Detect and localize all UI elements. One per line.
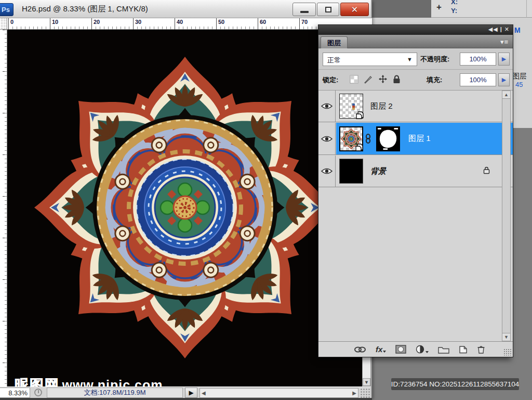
layer-row-2[interactable]: 图层 2 (318, 91, 513, 122)
layer-name[interactable]: 图层 2 (370, 101, 393, 111)
panel-resize-grip[interactable] (503, 349, 512, 356)
window-bottom-edge (0, 398, 372, 400)
adjustment-layer-button[interactable] (416, 345, 429, 354)
lock-all-icon[interactable] (393, 75, 401, 84)
title-bar[interactable]: Ps H26.psd @ 8.33% (图层 1, CMYK/8) ✕ (0, 0, 371, 18)
ruler-tick: 20 (91, 18, 92, 30)
vertical-ruler[interactable] (0, 30, 7, 386)
zoom-level-field[interactable]: 8.33% (0, 388, 30, 398)
layer-style-button[interactable]: fx (376, 346, 386, 353)
ruler-tick: 60 (258, 18, 258, 30)
visibility-toggle[interactable] (318, 123, 336, 154)
opacity-field[interactable]: 100% (460, 53, 496, 66)
fill-slider-button[interactable]: ▶ (498, 73, 510, 86)
maximize-button[interactable] (317, 3, 339, 16)
delete-layer-button[interactable] (477, 345, 485, 354)
blend-mode-select[interactable]: 正常 ▼ (323, 53, 417, 66)
mask-artwork (377, 127, 399, 150)
document-title: H26.psd @ 8.33% (图层 1, CMYK/8) (22, 4, 148, 14)
lock-icons-group (350, 74, 401, 84)
thumbnail-sprite (352, 104, 355, 110)
panel-tab-bar: 图层 ▾≡ (318, 35, 513, 48)
layer-name[interactable]: 图层 1 (408, 134, 431, 144)
horizontal-scrollbar[interactable]: ◀ ▶ (200, 388, 358, 398)
blend-opacity-row: 正常 ▼ 不透明度: 100% ▶ (318, 48, 513, 70)
window-resize-grip[interactable] (360, 388, 370, 398)
layer-list: 图层 2 (318, 91, 513, 341)
chevron-down-icon (425, 351, 429, 353)
layer-badge-icon (356, 111, 364, 119)
background-lock-icon (483, 166, 490, 174)
add-mask-button[interactable] (395, 345, 406, 354)
ruler-tick: 0 (8, 18, 9, 30)
link-layers-button[interactable] (354, 346, 366, 353)
document-size-indicator[interactable]: 文档:107.8M/119.9M (47, 388, 183, 398)
scroll-down-button[interactable]: ▼ (363, 378, 370, 386)
image-id-badge: ID:7236754 NO:20251226112855637104 (391, 378, 519, 390)
lock-label: 锁定: (323, 75, 338, 85)
background-text-fragment: M (514, 26, 521, 34)
maximize-icon (325, 7, 331, 12)
ruler-tick: 40 (175, 18, 175, 30)
minimize-button[interactable] (292, 3, 316, 16)
fill-label: 填充: (427, 75, 442, 85)
ruler-tick: 10 (50, 18, 50, 30)
mask-link-icon[interactable] (365, 134, 371, 144)
scroll-up-button[interactable]: ▲ (502, 91, 510, 99)
info-x-label: X: (451, 0, 458, 6)
visibility-toggle[interactable] (318, 91, 336, 122)
ruler-tick: 30 (133, 18, 134, 30)
layer-mask-thumbnail[interactable] (376, 126, 400, 151)
opacity-slider-button[interactable]: ▶ (498, 53, 510, 66)
new-layer-button[interactable] (459, 345, 468, 354)
photoshop-logo-icon: Ps (0, 3, 14, 16)
layer-row-background[interactable]: 背景 (318, 156, 513, 187)
scroll-right-button[interactable]: ▶ (352, 390, 356, 396)
scroll-down-button[interactable]: ▼ (502, 333, 510, 341)
layer-thumbnail[interactable] (339, 159, 363, 184)
close-button[interactable]: ✕ (340, 3, 369, 16)
status-clock-icon (34, 389, 42, 396)
chevron-down-icon (383, 351, 386, 353)
info-y-label: Y: (451, 7, 457, 15)
eye-icon (321, 102, 332, 110)
status-options-button[interactable]: ▶ (185, 388, 197, 398)
chevron-down-icon: ▼ (407, 56, 413, 62)
panel-menu-icon[interactable]: ▾≡ (500, 38, 509, 46)
ruler-origin-box[interactable] (0, 18, 7, 30)
watermark-url-text: www.nipic.com (62, 378, 163, 386)
tab-layers[interactable]: 图层 (321, 36, 348, 48)
minimize-icon (300, 11, 309, 13)
lock-paint-icon[interactable] (364, 75, 373, 84)
canvas[interactable]: 昵图网 www.nipic.com (7, 30, 362, 386)
watermark: 昵图网 www.nipic.com (15, 376, 163, 386)
background-text-fragment: 45 (515, 81, 523, 88)
status-bar: 8.33% 文档:107.8M/119.9M ▶ ◀ ▶ (0, 386, 371, 398)
layer-thumbnail[interactable] (339, 94, 363, 119)
mandala-artwork (29, 51, 341, 364)
layer-list-scrollbar[interactable]: ▲ ▼ (502, 91, 511, 341)
fill-field[interactable]: 100% (460, 73, 496, 86)
lock-transparency-icon[interactable] (350, 75, 358, 84)
info-panel-divider (526, 0, 527, 18)
new-group-button[interactable] (438, 345, 449, 354)
lock-move-icon[interactable] (378, 74, 388, 84)
blend-mode-value: 正常 (327, 56, 341, 65)
horizontal-ruler[interactable]: 0 10 20 30 40 50 60 70 (7, 18, 372, 30)
watermark-logo-text: 昵图网 (15, 377, 60, 386)
lock-fill-row: 锁定: 填充: 100% ▶ (318, 70, 513, 91)
visibility-toggle[interactable] (318, 156, 336, 187)
scroll-left-button[interactable]: ◀ (202, 390, 206, 396)
layers-panel-toolbar: fx (318, 341, 513, 357)
ruler-tick: 70 (299, 18, 300, 30)
layer-row-1-selected[interactable]: 图层 1 (318, 123, 513, 155)
screenshot-root: + X: Y: M 图层 45 Ps H26.psd @ 8.33% (图层 1… (0, 0, 532, 400)
layer-name[interactable]: 背景 (370, 166, 386, 176)
document-window: Ps H26.psd @ 8.33% (图层 1, CMYK/8) ✕ 0 10… (0, 0, 372, 398)
ruler-tick: 50 (216, 18, 217, 30)
eye-icon (321, 135, 332, 143)
opacity-label: 不透明度: (420, 55, 449, 64)
layer-thumbnail[interactable] (339, 126, 363, 151)
layer-controls: 正常 ▼ 不透明度: 100% ▶ 锁定: 填充: 100% ▶ (318, 48, 513, 91)
panel-header-bar[interactable]: ◀◀ | ✕ (318, 25, 513, 35)
